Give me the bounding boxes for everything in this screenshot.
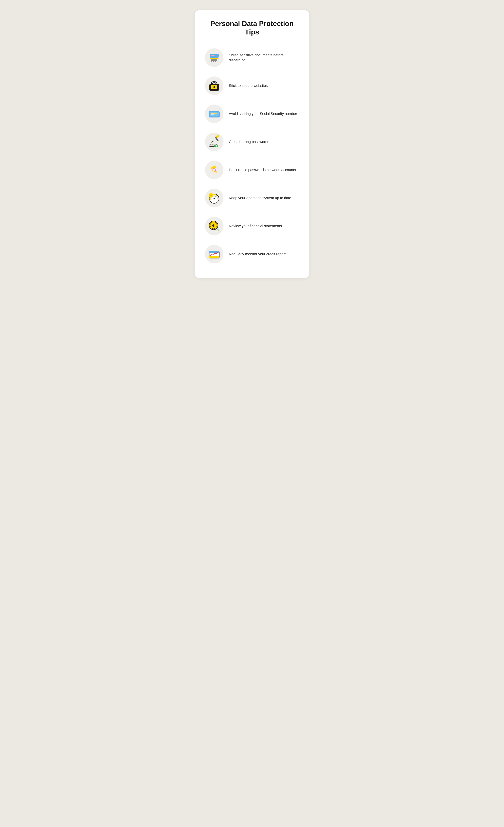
svg-rect-16	[211, 114, 214, 115]
tip-credit-text: Regularly monitor your credit report	[229, 252, 286, 257]
svg-line-27	[211, 142, 212, 143]
shredder-icon	[205, 48, 223, 67]
svg-rect-17	[215, 113, 217, 114]
tip-shred-text: Shred sensitive documents before discard…	[229, 53, 299, 63]
main-card: Personal Data Protection Tips	[195, 10, 309, 278]
tip-ssn: Avoid sharing your Social Security numbe…	[205, 100, 299, 128]
tip-secure-websites: Stick to secure websites	[205, 72, 299, 100]
svg-rect-15	[211, 113, 216, 114]
tip-financial: $ Review your financial statements	[205, 212, 299, 240]
page-title: Personal Data Protection Tips	[205, 19, 299, 36]
svg-rect-2	[210, 58, 218, 59]
svg-rect-5	[213, 59, 214, 62]
tip-secure-websites-text: Stick to secure websites	[229, 83, 268, 88]
tips-list: Shred sensitive documents before discard…	[205, 44, 299, 268]
financial-icon: $	[205, 217, 223, 235]
os-update-icon: OS	[205, 189, 223, 207]
svg-line-28	[213, 141, 213, 142]
lock-icon	[205, 77, 223, 95]
svg-rect-7	[215, 59, 216, 62]
svg-text:OS: OS	[210, 195, 212, 196]
svg-point-41	[212, 225, 213, 226]
svg-rect-12	[214, 87, 215, 88]
id-card-icon	[205, 104, 223, 123]
tip-financial-text: Review your financial statements	[229, 224, 282, 229]
recycle-password-icon	[205, 161, 223, 179]
svg-point-47	[214, 253, 215, 254]
svg-rect-3	[211, 59, 212, 62]
svg-rect-6	[214, 59, 215, 61]
tip-ssn-text: Avoid sharing your Social Security numbe…	[229, 111, 297, 116]
password-hack-icon: * * *	[205, 133, 223, 151]
tip-strong-passwords-text: Create strong passwords	[229, 139, 269, 144]
tip-os-update: OS Keep your operating system up to date	[205, 184, 299, 212]
svg-text:$: $	[212, 223, 214, 228]
svg-text:*: *	[210, 144, 211, 147]
tip-shred: Shred sensitive documents before discard…	[205, 44, 299, 72]
tip-strong-passwords: * * * Create strong passwords	[205, 128, 299, 156]
tip-reuse-passwords-text: Don't reuse passwords between accounts	[229, 167, 296, 173]
tip-os-update-text: Keep your operating system up to date	[229, 195, 291, 200]
svg-point-24	[215, 145, 217, 147]
svg-rect-4	[212, 59, 213, 61]
tip-reuse-passwords: Don't reuse passwords between accounts	[205, 156, 299, 184]
svg-rect-1	[211, 55, 214, 56]
svg-rect-14	[210, 112, 218, 116]
tip-credit: Regularly monitor your credit report	[205, 240, 299, 268]
svg-text:*: *	[212, 144, 213, 147]
svg-rect-46	[209, 257, 219, 258]
credit-icon	[205, 245, 223, 263]
svg-rect-8	[216, 59, 217, 61]
